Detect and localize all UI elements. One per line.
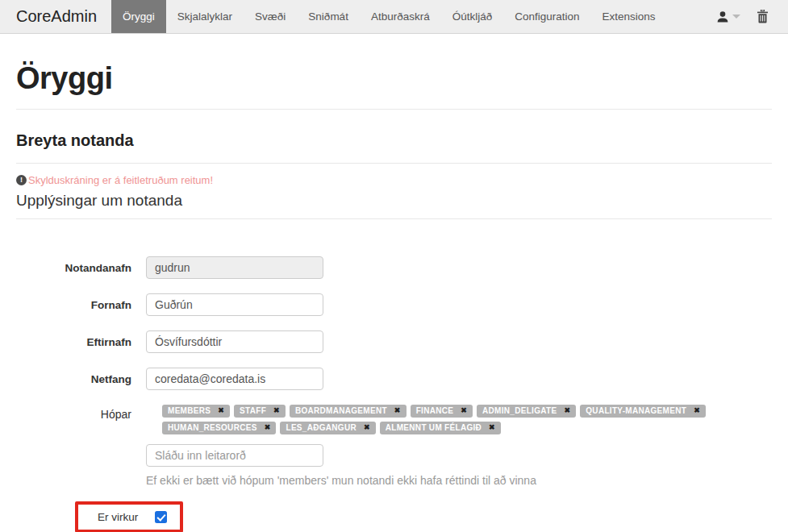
remove-tag-icon[interactable] xyxy=(394,407,401,414)
username-field[interactable] xyxy=(146,256,323,279)
remove-tag-icon[interactable] xyxy=(694,407,700,414)
lastname-field[interactable] xyxy=(146,330,323,353)
remove-tag-icon[interactable] xyxy=(265,424,271,431)
group-tag-label: FINANCE xyxy=(416,406,454,415)
group-tag-label: HUMAN_RESOURCES xyxy=(168,423,257,432)
navbar-right xyxy=(716,0,788,33)
group-tag-label: QUALITY-MANAGEMENT xyxy=(586,406,686,415)
group-tag: FINANCE xyxy=(411,405,473,418)
group-tag-list: MEMBERS STAFF BOARDMANAGEMENT FINANCE AD… xyxy=(146,405,756,438)
form-row-username: Notandanafn xyxy=(16,256,772,279)
group-tag: ALMENNT UM FÉLAGIÐ xyxy=(380,422,501,434)
page-title: Öryggi xyxy=(16,61,772,96)
groups-help-text: Ef ekki er bætt við hópum 'members' mun … xyxy=(146,474,756,487)
edit-user-form: Notandanafn Fornafn Eftirnafn Netfang Hó… xyxy=(16,256,772,532)
fieldset-legend: Upplýsingar um notanda xyxy=(16,192,772,219)
highlight-box: Er virkur xyxy=(75,501,183,532)
active-label: Er virkur xyxy=(98,511,138,523)
username-label: Notandanafn xyxy=(16,262,131,274)
group-search-input[interactable] xyxy=(146,444,323,467)
group-tag-label: ALMENNT UM FÉLAGIÐ xyxy=(386,423,482,432)
user-icon xyxy=(716,10,729,23)
trash-icon xyxy=(757,10,769,23)
navbar: CoreAdmin Öryggi Skjalalyklar Svæði Snið… xyxy=(0,0,788,34)
group-tag: ADMIN_DELIGATE xyxy=(477,405,576,418)
email-label: Netfang xyxy=(16,373,131,385)
form-row-lastname: Eftirnafn xyxy=(16,330,772,353)
exclamation-circle-icon xyxy=(16,175,27,185)
main-content: Öryggi Breyta notanda Skylduskráning er … xyxy=(0,61,788,532)
required-note-text: Skylduskráning er á feitletruðum reitum! xyxy=(28,174,213,186)
tab-skjalalyklar[interactable]: Skjalalyklar xyxy=(166,0,244,33)
group-tag-label: ADMIN_DELIGATE xyxy=(482,406,557,415)
user-menu[interactable] xyxy=(716,10,740,23)
required-note: Skylduskráning er á feitletruðum reitum! xyxy=(16,174,772,186)
remove-tag-icon[interactable] xyxy=(273,407,280,414)
form-row-email: Netfang xyxy=(16,368,772,390)
form-row-groups: Hópar MEMBERS STAFF BOARDMANAGEMENT FINA… xyxy=(16,405,772,487)
group-tag: QUALITY-MANAGEMENT xyxy=(580,405,706,418)
tab-oryggi[interactable]: Öryggi xyxy=(111,0,166,33)
groups-control: MEMBERS STAFF BOARDMANAGEMENT FINANCE AD… xyxy=(146,405,756,487)
firstname-field[interactable] xyxy=(146,293,323,316)
group-tag-label: STAFF xyxy=(240,406,266,415)
email-field[interactable] xyxy=(146,368,323,390)
trash-button[interactable] xyxy=(757,10,769,23)
group-tag: BOARDMANAGEMENT xyxy=(290,405,407,418)
nav-tabs: Öryggi Skjalalyklar Svæði Sniðmát Atburð… xyxy=(111,0,667,33)
caret-down-icon xyxy=(732,15,740,19)
group-tag: LES_AÐGANGUR xyxy=(280,422,375,434)
tab-snidmat[interactable]: Sniðmát xyxy=(297,0,360,33)
remove-tag-icon[interactable] xyxy=(564,407,570,414)
group-tag: HUMAN_RESOURCES xyxy=(162,422,276,434)
groups-label: Hópar xyxy=(16,405,131,421)
tab-extensions[interactable]: Extensions xyxy=(591,0,667,33)
brand: CoreAdmin xyxy=(0,0,97,33)
tab-atburdaskra[interactable]: Atburðaskrá xyxy=(360,0,441,33)
tab-svaedi[interactable]: Svæði xyxy=(244,0,297,33)
remove-tag-icon[interactable] xyxy=(218,407,224,414)
tab-configuration[interactable]: Configuration xyxy=(503,0,590,33)
group-tag-label: MEMBERS xyxy=(168,406,211,415)
tab-outkljad[interactable]: Óútkljáð xyxy=(441,0,504,33)
remove-tag-icon[interactable] xyxy=(489,424,495,431)
group-tag: MEMBERS xyxy=(162,405,230,418)
group-tag-label: BOARDMANAGEMENT xyxy=(295,406,387,415)
group-tag: STAFF xyxy=(234,405,286,418)
lastname-label: Eftirnafn xyxy=(16,336,131,348)
divider xyxy=(16,163,772,164)
section-title: Breyta notanda xyxy=(16,131,772,150)
group-tag-label: LES_AÐGANGUR xyxy=(286,423,356,432)
divider xyxy=(16,109,772,110)
form-row-active: Er virkur xyxy=(75,501,772,532)
active-checkbox[interactable] xyxy=(155,511,167,523)
remove-tag-icon[interactable] xyxy=(461,407,467,414)
firstname-label: Fornafn xyxy=(16,299,131,311)
form-row-firstname: Fornafn xyxy=(16,293,772,316)
remove-tag-icon[interactable] xyxy=(364,424,370,431)
